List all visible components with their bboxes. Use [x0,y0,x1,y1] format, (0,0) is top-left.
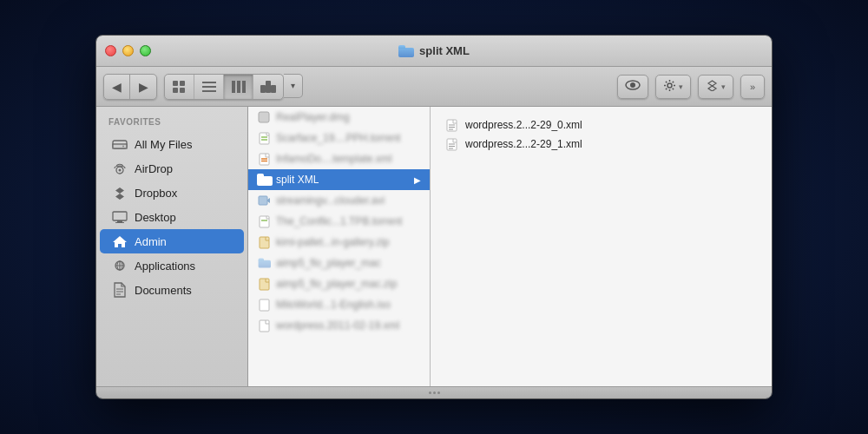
view-column-button[interactable] [224,75,253,99]
column-item-infamo[interactable]: InfamoDo....template.xml [248,148,430,169]
gear-arrow-icon: ▾ [679,82,683,91]
more-button[interactable]: » [740,75,765,99]
view-arrange-dropdown[interactable]: ▾ [284,74,303,98]
column-item-streaming[interactable]: streamingv...clouder.avi [248,190,430,211]
svg-rect-32 [259,112,269,122]
zip-icon [257,235,271,249]
xml-file-icon-1 [444,137,458,151]
view-buttons [164,74,284,100]
column-item-miloworld[interactable]: MiloWorld...1-English.iso [248,294,430,315]
svg-rect-41 [260,216,269,227]
sidebar-label-applications: Applications [135,260,195,273]
item-label-conflict: The_Conflic...1.TPB.torrent [276,215,421,227]
desktop-icon [112,209,128,225]
dropbox-sidebar-icon [112,185,128,201]
sidebar: FAVORITES All My Files AirDrop Dropbox [96,107,248,386]
sidebar-item-all-my-files[interactable]: All My Files [100,132,244,156]
svg-rect-1 [180,81,185,86]
column-item-aimp5-zip[interactable]: aimp5_flo_player_mac.zip [248,273,430,294]
dropbox-icon [706,79,719,94]
column-item-split-xml[interactable]: split XML ▶ [248,169,430,190]
view-buttons-group: ▾ [164,74,303,100]
columns-area: RealPlayer.dmg Scarface_19....PPH.torren… [248,107,772,386]
svg-rect-11 [266,81,271,93]
video-icon [257,194,271,207]
back-button[interactable]: ◀ [104,75,130,99]
item-label-kimi: kimi-pallet...in-gallery.zip [276,236,421,248]
item-label-aimp5-zip: aimp5_flo_player_mac.zip [276,278,421,290]
sidebar-item-airdrop[interactable]: AirDrop [100,156,244,181]
folder-icon-col [257,173,271,187]
nav-buttons: ◀ ▶ [103,74,157,100]
item-label-aimp5-folder: aimp5_flo_player_mac [276,257,421,269]
svg-rect-10 [260,85,266,93]
torrent-icon [257,131,271,145]
item-label-streaming: streamingv...clouder.avi [276,194,421,207]
svg-rect-43 [260,237,269,248]
svg-rect-46 [260,320,269,332]
item-label-split-xml: split XML [276,174,409,186]
svg-rect-8 [237,81,240,93]
sidebar-item-dropbox[interactable]: Dropbox [100,181,244,205]
item-label-scarface: Scarface_19....PPH.torrent [276,132,421,144]
folder-icon2 [257,256,271,270]
gear-button[interactable]: ▾ [655,75,691,99]
window-title-text: split XML [419,44,470,57]
title-bar: split XML [96,36,772,67]
dmg-icon [257,110,271,124]
svg-marker-22 [115,187,124,200]
zip-icon2 [257,277,271,291]
column-item-scarface[interactable]: Scarface_19....PPH.torrent [248,128,430,148]
file-item-wp1[interactable]: wordpress.2...2-29_1.xml [439,135,763,154]
finder-window: split XML ◀ ▶ ▾ [95,35,773,399]
maximize-button[interactable] [140,45,151,56]
sidebar-item-documents[interactable]: Documents [100,278,244,302]
resize-dots [429,391,440,394]
eye-button[interactable] [617,75,648,99]
svg-rect-9 [242,81,246,93]
more-icon: » [750,82,755,92]
dropbox-button[interactable]: ▾ [698,75,733,99]
sidebar-label-desktop: Desktop [135,211,176,224]
column-1: RealPlayer.dmg Scarface_19....PPH.torren… [248,107,431,386]
content-area: FAVORITES All My Files AirDrop Dropbox [96,107,772,386]
svg-rect-33 [260,133,269,144]
forward-button[interactable]: ▶ [130,75,156,99]
svg-point-19 [122,146,124,148]
column-item-realplayer[interactable]: RealPlayer.dmg [248,107,430,128]
gear-icon [663,79,676,95]
svg-rect-39 [259,196,267,205]
file-item-wp0[interactable]: wordpress.2...2-29_0.xml [439,115,763,135]
close-button[interactable] [105,45,116,56]
sidebar-label-admin: Admin [135,235,167,248]
apps-icon [112,258,128,273]
sidebar-item-desktop[interactable]: Desktop [100,205,244,229]
resize-dot-3 [437,391,440,394]
svg-rect-24 [117,220,122,222]
column-item-wordpress-old[interactable]: wordpress.2011-02-19.xml [248,315,430,336]
svg-rect-18 [113,144,127,148]
home-icon [112,233,128,249]
sidebar-item-admin[interactable]: Admin [100,229,244,253]
column-2: wordpress.2...2-29_0.xml wordpress.2...2… [431,107,772,386]
item-arrow-split-xml: ▶ [414,175,421,185]
item-label-infamo: InfamoDo....template.xml [276,153,421,165]
svg-rect-25 [115,222,124,223]
file-label-wp0: wordpress.2...2-29_0.xml [465,119,758,131]
minimize-button[interactable] [122,45,134,56]
view-cover-button[interactable] [253,75,283,99]
resize-dot-1 [429,391,431,394]
svg-rect-12 [271,85,276,93]
traffic-lights [105,45,151,56]
sidebar-item-applications[interactable]: Applications [100,253,244,278]
view-icon-button[interactable] [165,75,194,99]
toolbar: ◀ ▶ ▾ [96,67,772,107]
svg-rect-0 [173,81,178,86]
column-item-aimp5-folder[interactable]: aimp5_flo_player_mac [248,253,430,273]
column-item-conflict[interactable]: The_Conflic...1.TPB.torrent [248,211,430,232]
svg-rect-2 [173,88,178,93]
sidebar-label-dropbox: Dropbox [135,187,177,200]
column-item-kimi[interactable]: kimi-pallet...in-gallery.zip [248,232,430,253]
view-list-button[interactable] [194,75,224,99]
svg-point-14 [630,82,635,88]
